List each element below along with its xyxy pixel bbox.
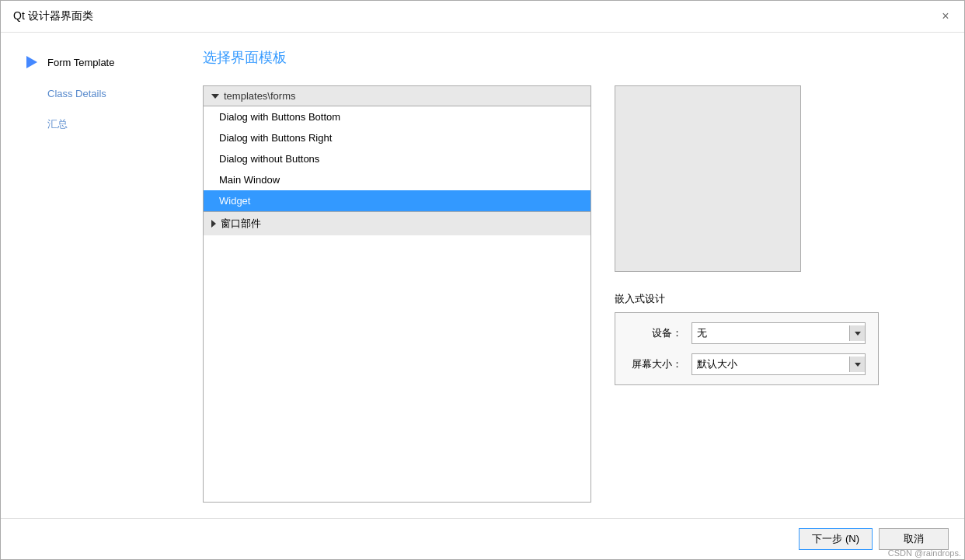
device-select[interactable]: 无 (692, 322, 866, 344)
list-header: templates\forms (204, 86, 590, 106)
embedded-design-box: 设备： 无 屏幕大小： (615, 312, 879, 385)
sidebar-item-form-template[interactable]: Form Template (16, 48, 179, 76)
content-row: templates\forms Dialog with Buttons Bott… (203, 85, 941, 503)
sidebar-item-summary[interactable]: 汇总 (16, 110, 179, 138)
screen-size-select[interactable]: 默认大小 (692, 353, 866, 375)
sidebar-label-summary: 汇总 (47, 117, 68, 131)
embedded-design: 嵌入式设计 设备： 无 (615, 292, 941, 385)
sidebar-label-class-details: Class Details (47, 88, 106, 99)
sidebar-label-form-template: Form Template (47, 57, 114, 68)
main-content: 选择界面模板 templates\forms Dialog with Butto… (179, 33, 964, 518)
next-button[interactable]: 下一步 (N) (799, 528, 873, 550)
screen-size-select-arrow-icon (855, 363, 861, 367)
device-row: 设备： 无 (628, 322, 866, 344)
embedded-design-title: 嵌入式设计 (615, 292, 941, 306)
dialog-title: Qt 设计器界面类 (13, 9, 93, 23)
screen-size-select-arrow (849, 357, 865, 372)
list-item-main-window[interactable]: Main Window (204, 169, 590, 190)
preview-panel: 嵌入式设计 设备： 无 (615, 85, 941, 503)
title-bar: Qt 设计器界面类 × (1, 1, 964, 33)
device-label: 设备： (628, 326, 682, 340)
sidebar-item-class-details[interactable]: Class Details (16, 79, 179, 107)
device-select-value: 无 (697, 326, 707, 340)
list-item-dialog-buttons-bottom[interactable]: Dialog with Buttons Bottom (204, 106, 590, 127)
dialog-body: Form Template Class Details 汇总 选择界面模板 te… (1, 33, 964, 518)
cancel-button[interactable]: 取消 (879, 528, 949, 550)
list-header-text: templates\forms (224, 90, 295, 102)
template-panel: templates\forms Dialog with Buttons Bott… (203, 85, 591, 503)
sidebar: Form Template Class Details 汇总 (1, 33, 179, 518)
device-select-arrow (849, 325, 865, 341)
dialog-footer: 下一步 (N) 取消 (1, 518, 964, 559)
right-arrow-icon (211, 220, 216, 228)
form-template-icon (23, 53, 41, 71)
preview-box (615, 85, 801, 272)
dialog: Qt 设计器界面类 × Form Template Class Details … (0, 0, 965, 560)
subheader-label: 窗口部件 (221, 217, 261, 231)
list-subheader-window-parts[interactable]: 窗口部件 (204, 211, 590, 235)
list-item-dialog-without-buttons[interactable]: Dialog without Buttons (204, 148, 590, 169)
dropdown-arrow-icon (211, 94, 219, 99)
list-item-widget[interactable]: Widget (204, 190, 590, 211)
template-list: templates\forms Dialog with Buttons Bott… (203, 85, 591, 503)
screen-size-row: 屏幕大小： 默认大小 (628, 353, 866, 375)
device-select-arrow-icon (855, 332, 861, 336)
arrow-icon (26, 56, 37, 68)
watermark: CSDN @raindrops. (888, 548, 961, 558)
list-item-dialog-buttons-right[interactable]: Dialog with Buttons Right (204, 127, 590, 148)
screen-size-select-value: 默认大小 (697, 357, 737, 371)
screen-size-label: 屏幕大小： (628, 357, 682, 371)
summary-icon (23, 115, 41, 134)
close-button[interactable]: × (936, 7, 955, 26)
section-title: 选择界面模板 (203, 48, 941, 67)
class-details-icon (23, 84, 41, 103)
